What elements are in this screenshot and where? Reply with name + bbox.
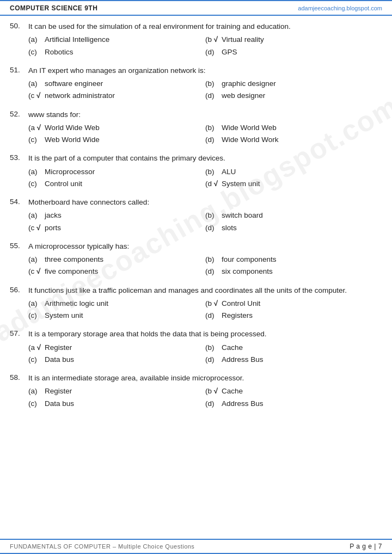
option-label: (b √ bbox=[205, 34, 222, 45]
option-text: Robotics bbox=[45, 47, 74, 58]
option-text: Control unit bbox=[45, 178, 82, 189]
option-text: Register bbox=[45, 342, 72, 353]
option-label: (b) bbox=[205, 78, 222, 89]
question-block-56: 56.It functions just like a traffic poli… bbox=[10, 285, 382, 322]
option-text: slots bbox=[222, 223, 237, 233]
question-block-54: 54.Motherboard have connectors called:(a… bbox=[10, 197, 382, 233]
question-num-54: 54. bbox=[10, 197, 28, 206]
question-row-51: 51.An IT expert who manages an organizat… bbox=[10, 65, 382, 76]
option-51-0: (a) software engineer bbox=[28, 78, 205, 89]
option-label: (d) bbox=[205, 223, 222, 233]
question-text-58: It is an intermediate storage area, avai… bbox=[28, 373, 382, 384]
option-text: Wide World Web bbox=[222, 122, 277, 133]
question-num-55: 55. bbox=[10, 241, 28, 250]
option-label: (d) bbox=[205, 354, 222, 365]
option-label: (a) bbox=[28, 34, 45, 45]
options-grid-56: (a) Arithmetic logic unit(b √ Control Un… bbox=[28, 298, 382, 322]
option-text: Cache bbox=[222, 342, 243, 353]
option-text: three components bbox=[45, 254, 103, 265]
question-num-52: 52. bbox=[10, 109, 28, 118]
option-label: (d √ bbox=[205, 178, 222, 189]
option-label: (d) bbox=[205, 134, 222, 145]
option-label: (d) bbox=[205, 310, 222, 321]
option-52-0: (a √ World Wide Web bbox=[28, 122, 205, 133]
option-label: (c) bbox=[28, 134, 45, 145]
header-website: adamjeecoaching.blogspot.com bbox=[298, 5, 382, 11]
options-grid-58: (a) Register(b √ Cache(c) Data bus(d) Ad… bbox=[28, 386, 382, 409]
option-text: System unit bbox=[222, 178, 260, 189]
page-footer: FUNDAMENTALS OF COMPUTER – Multiple Choi… bbox=[0, 539, 392, 554]
option-text: switch board bbox=[222, 210, 263, 221]
option-51-3: (d) web designer bbox=[205, 90, 382, 101]
option-label: (b) bbox=[205, 167, 222, 177]
option-text: Data bus bbox=[45, 398, 74, 409]
option-54-0: (a) jacks bbox=[28, 210, 205, 221]
option-label: (a) bbox=[28, 386, 45, 397]
question-num-57: 57. bbox=[10, 329, 28, 337]
question-row-52: 52.www stands for: bbox=[10, 109, 382, 120]
option-58-3: (d) Address Bus bbox=[205, 398, 382, 409]
option-50-3: (d) GPS bbox=[205, 47, 382, 58]
option-50-2: (c) Robotics bbox=[28, 47, 205, 58]
option-text: Registers bbox=[222, 310, 253, 321]
option-text: ports bbox=[45, 223, 61, 233]
options-grid-51: (a) software engineer(b) graphic designe… bbox=[28, 78, 382, 102]
option-label: (a) bbox=[28, 254, 45, 265]
header-title: COMPUTER SCIENCE 9TH bbox=[10, 4, 97, 12]
option-text: Register bbox=[45, 386, 72, 397]
option-56-1: (b √ Control Unit bbox=[205, 298, 382, 309]
options-grid-50: (a) Artificial Intelligence(b √ Virtual … bbox=[28, 34, 382, 58]
option-text: Web World Wide bbox=[45, 134, 100, 145]
options-grid-54: (a) jacks(b) switch board(c √ ports(d) s… bbox=[28, 210, 382, 233]
option-57-0: (a √ Register bbox=[28, 342, 205, 353]
question-num-56: 56. bbox=[10, 285, 28, 294]
option-label: (b) bbox=[205, 122, 222, 133]
option-51-1: (b) graphic designer bbox=[205, 78, 382, 89]
option-54-3: (d) slots bbox=[205, 223, 382, 233]
question-block-50: 50.It can be used for the simulation of … bbox=[10, 21, 382, 58]
question-row-57: 57.It is a temporary storage area that h… bbox=[10, 329, 382, 340]
option-label: (b √ bbox=[205, 386, 222, 397]
question-block-53: 53.It is the part of a computer that con… bbox=[10, 153, 382, 189]
option-text: Cache bbox=[222, 386, 243, 397]
option-54-2: (c √ ports bbox=[28, 223, 205, 233]
question-row-50: 50.It can be used for the simulation of … bbox=[10, 21, 382, 32]
option-label: (b √ bbox=[205, 298, 222, 309]
option-58-1: (b √ Cache bbox=[205, 386, 382, 397]
footer-normal: – Multiple Choice Questions bbox=[111, 543, 194, 550]
question-text-54: Motherboard have connectors called: bbox=[28, 197, 382, 208]
option-55-1: (b) four components bbox=[205, 254, 382, 265]
option-text: Address Bus bbox=[222, 398, 264, 409]
option-55-3: (d) six components bbox=[205, 266, 382, 277]
options-grid-52: (a √ World Wide Web(b) Wide World Web(c)… bbox=[28, 122, 382, 146]
option-label: (a) bbox=[28, 210, 45, 221]
option-text: GPS bbox=[222, 47, 237, 58]
option-text: software engineer bbox=[45, 78, 103, 89]
option-text: Wide World Work bbox=[222, 134, 279, 145]
option-label: (d) bbox=[205, 47, 222, 58]
option-text: System unit bbox=[45, 310, 83, 321]
question-row-54: 54.Motherboard have connectors called: bbox=[10, 197, 382, 208]
option-label: (c √ bbox=[28, 90, 45, 101]
option-58-2: (c) Data bus bbox=[28, 398, 205, 409]
option-53-1: (b) ALU bbox=[205, 167, 382, 177]
option-label: (c √ bbox=[28, 223, 45, 233]
option-text: Control Unit bbox=[222, 298, 260, 309]
option-text: graphic designer bbox=[222, 78, 276, 89]
option-text: Virtual reality bbox=[222, 34, 264, 45]
option-54-1: (b) switch board bbox=[205, 210, 382, 221]
option-text: five components bbox=[45, 266, 98, 277]
question-text-56: It functions just like a traffic policem… bbox=[28, 285, 382, 296]
option-label: (c) bbox=[28, 178, 45, 189]
question-num-58: 58. bbox=[10, 373, 28, 381]
option-label: (c) bbox=[28, 398, 45, 409]
option-52-1: (b) Wide World Web bbox=[205, 122, 382, 133]
option-label: (a √ bbox=[28, 342, 45, 353]
option-text: network administrator bbox=[45, 90, 115, 101]
option-55-0: (a) three components bbox=[28, 254, 205, 265]
option-56-3: (d) Registers bbox=[205, 310, 382, 321]
question-num-50: 50. bbox=[10, 21, 28, 30]
question-row-55: 55.A microprocessor typically has: bbox=[10, 241, 382, 252]
option-text: Microprocessor bbox=[45, 167, 95, 177]
option-label: (c) bbox=[28, 354, 45, 365]
